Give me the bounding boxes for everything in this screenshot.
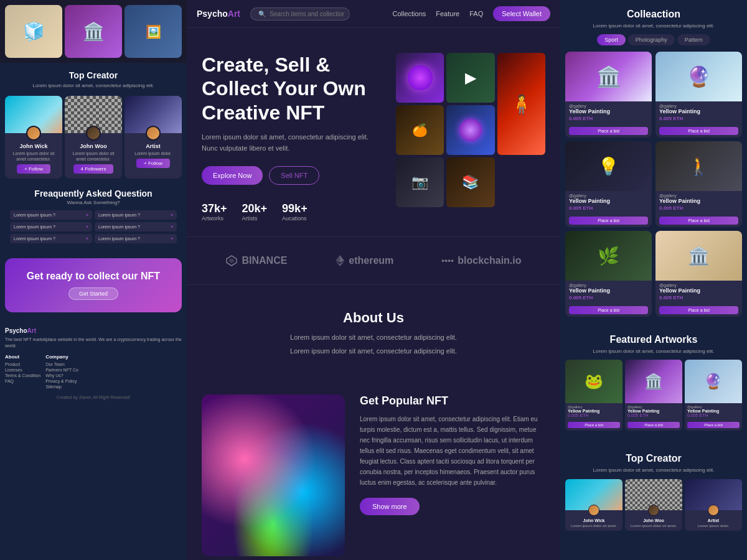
faq-plus-4: + — [171, 225, 173, 229]
hero-img-6: 📷 — [396, 157, 444, 207]
select-wallet-button[interactable]: Select Wallet — [493, 6, 550, 21]
card-mini-img-1: 🧊 — [5, 5, 62, 58]
hero-right: ▶ 🧍 🍊 📷 📚 — [396, 53, 545, 207]
art-bid-btn-4[interactable]: Place a bid — [659, 217, 738, 225]
tc-name-3: Artist — [685, 516, 742, 524]
popular-image-cell — [202, 394, 345, 556]
art-card-price-row-3: 0.005 ETH — [569, 205, 648, 211]
faq-plus-5: + — [86, 236, 88, 241]
tc-name-1: John Wick — [565, 516, 622, 524]
footer-link-sitemap[interactable]: Sitemap — [45, 385, 78, 389]
right-panel: Colleaction Lorem ipsum dolor sit amet, … — [560, 0, 747, 560]
art-card-price-row-6: 0.005 ETH — [659, 295, 738, 301]
art-card-user-1: @gallery — [569, 104, 648, 108]
search-input[interactable] — [270, 11, 344, 17]
show-more-button[interactable]: Show more — [360, 498, 420, 515]
nav-links: Collections Feature FAQ Select Wallet — [392, 6, 550, 21]
about-title: About Us — [202, 310, 545, 326]
nav-link-faq[interactable]: FAQ — [469, 10, 483, 17]
art-bid-btn-2[interactable]: Place a bid — [659, 127, 738, 135]
nav-brand: PsychoArt — [197, 9, 240, 19]
footer-link-terms[interactable]: Terms & Condition — [5, 373, 40, 378]
filter-sport[interactable]: Sport — [597, 34, 626, 45]
art-card-price-row-4: 0.005 ETH — [659, 205, 738, 211]
footer-cols: About Product Licenses Terms & Condition… — [5, 354, 182, 390]
art-bid-btn-5[interactable]: Place a bid — [569, 306, 648, 314]
featured-partial-bid-btn[interactable]: Place a bid — [568, 422, 620, 428]
art-card-img-1: 🏛️ — [565, 52, 652, 101]
card-mini-2: 🏛️ @gallery Current Bid 0.005 ETH Place … — [65, 5, 122, 58]
popular-description: Lorem ipsum dolor sit amet, consectetur … — [360, 414, 545, 488]
binance-text: BINANCE — [242, 255, 287, 266]
tc-desc-3: Lorem ipsum dolor. — [685, 524, 742, 531]
top-creator-right-sub: Lorem ipsum dolor sit amet, consectetur … — [565, 467, 742, 478]
art-bid-btn-6[interactable]: Place a bid — [659, 306, 738, 314]
hero-description: Lorem ipsum dolor sit amet, consectetur … — [202, 132, 381, 154]
art-card-price-row-5: 0.005 ETH — [569, 295, 648, 301]
cta-button[interactable]: Get Started — [68, 287, 118, 300]
center-panel: PsychoArt 🔍 Collections Feature FAQ Sele… — [187, 0, 560, 560]
art-card-title-6: Yellow Painting — [659, 287, 738, 294]
top-creator-right-section: Top Creator Lorem ipsum dolor sit amet, … — [560, 436, 747, 536]
nav-link-collections[interactable]: Collections — [392, 10, 426, 17]
art-card-info-5: @gallery Yellow Painting 0.005 ETH Place… — [565, 281, 652, 317]
popular-title: Get Popular NFT — [360, 394, 545, 408]
art-grid: 🏛️ @gallery Yellow Painting 0.005 ETH Pl… — [560, 52, 747, 317]
filter-tabs: Sport Photography Pattern — [560, 34, 747, 52]
footer-link-privacy[interactable]: Privacy & Policy — [45, 379, 78, 383]
creator-desc-1: Lorem ipsum dolor sit amet consectetur. — [5, 151, 62, 164]
blockchain-text: blockchain.io — [458, 255, 521, 266]
featured-card-img-2: 🔮 — [685, 360, 742, 403]
art-bid-btn-3[interactable]: Place a bid — [569, 217, 648, 225]
filter-photography[interactable]: Photography — [628, 34, 675, 45]
featured-bid-btn-1[interactable]: Place a bid — [627, 422, 680, 428]
art-card-6: 🏛️ @gallery Yellow Painting 0.005 ETH Pl… — [655, 231, 742, 317]
faq-item-5[interactable]: Lorem ipsum ipsum ? + — [10, 234, 92, 243]
footer-link-licenses[interactable]: Licenses — [5, 368, 40, 372]
sell-nft-button[interactable]: Sell NFT — [269, 166, 319, 185]
faq-item-1[interactable]: Lorem ipsum ipsum ? + — [10, 210, 92, 220]
faq-subtitle: Wanna Ask Something? — [10, 198, 177, 210]
card-mini-img-3: 🖼️ — [125, 5, 182, 58]
nav-link-feature[interactable]: Feature — [436, 10, 459, 17]
art-card-title-5: Yellow Painting — [569, 287, 648, 294]
faq-item-2[interactable]: Lorem ipsum ipsum ? + — [95, 210, 177, 220]
footer-link-faq[interactable]: FAQ — [5, 379, 40, 383]
creator-card-1: John Wick Lorem ipsum dolor sit amet con… — [5, 96, 62, 179]
creator-avatar-2 — [86, 126, 101, 141]
art-card-info-3: @gallery Yellow Painting 0.005 ETH Place… — [565, 191, 652, 227]
explore-button[interactable]: Explore Now — [202, 166, 263, 185]
footer-link-product[interactable]: Product — [5, 362, 40, 366]
creator-avatar-1 — [26, 126, 41, 141]
ethereum-logo: ethereum — [335, 254, 393, 267]
footer-link-why[interactable]: Why Us? — [45, 373, 78, 378]
faq-item-3[interactable]: Lorem ipsum ipsum ? + — [10, 222, 92, 231]
art-card-info-1: @gallery Yellow Painting 0.005 ETH Place… — [565, 101, 652, 138]
footer-col-about-title: About — [5, 354, 40, 360]
featured-partial-info: @gallery Yellow Painting 0.005 ETH Place… — [565, 403, 622, 431]
art-card-info-2: @gallery Yellow Painting 0.005 ETH Place… — [655, 101, 742, 138]
stat-artists-label: Artists — [242, 215, 268, 222]
art-card-1: 🏛️ @gallery Yellow Painting 0.005 ETH Pl… — [565, 52, 652, 138]
footer-link-partners[interactable]: Partners NFT Co — [45, 368, 78, 372]
svg-point-7 — [445, 259, 448, 262]
popular-content: Get Popular NFT Lorem ipsum dolor sit am… — [360, 394, 545, 515]
footer-link-team[interactable]: Our Team — [45, 362, 78, 366]
art-bid-btn-1[interactable]: Place a bid — [569, 127, 648, 135]
faq-plus-1: + — [86, 213, 88, 217]
hero-img-4: 🍊 — [396, 105, 444, 155]
faq-item-4[interactable]: Lorem ipsum ipsum ? + — [95, 222, 177, 231]
art-card-price-5: 0.005 ETH — [569, 295, 593, 301]
filter-pattern[interactable]: Pattern — [677, 34, 710, 45]
svg-marker-3 — [336, 255, 340, 263]
art-card-info-4: @gallery Yellow Painting 0.005 ETH Place… — [655, 191, 742, 227]
follow-btn-2[interactable]: 4 Followers — [73, 164, 114, 174]
hero-img-2: ▶ — [446, 53, 494, 103]
art-card-5: 🌿 @gallery Yellow Painting 0.005 ETH Pla… — [565, 231, 652, 317]
follow-btn-3[interactable]: + Follow — [136, 159, 170, 168]
faq-item-6[interactable]: Lorem ipsum ipsum ? + — [95, 234, 177, 243]
follow-btn-1[interactable]: + Follow — [17, 164, 50, 174]
fc-price-1: 0.005 ETH — [627, 413, 680, 418]
featured-bid-btn-2[interactable]: Place a bid — [687, 422, 740, 428]
svg-point-9 — [451, 259, 454, 262]
